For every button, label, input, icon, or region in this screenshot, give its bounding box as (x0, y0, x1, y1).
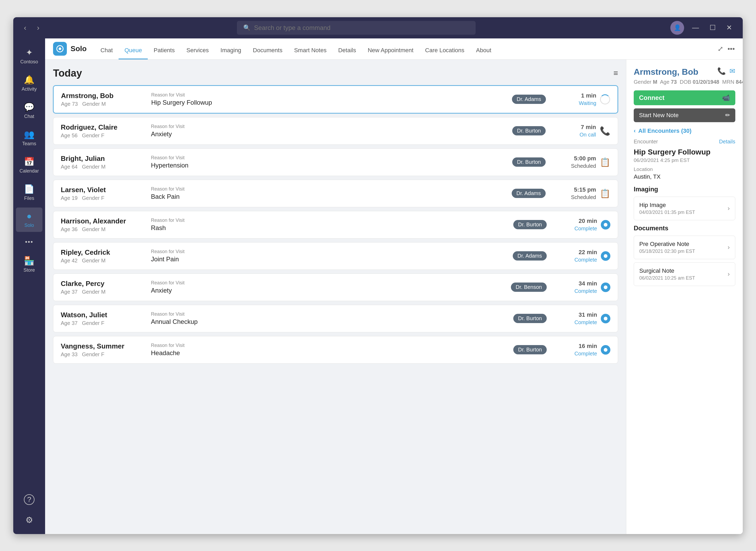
sidebar-item-calendar[interactable]: 📅 Calendar (16, 153, 42, 177)
tab-patients[interactable]: Patients (148, 38, 181, 59)
tab-services[interactable]: Services (181, 38, 215, 59)
all-encounters-link[interactable]: ‹ All Encounters (30) (634, 127, 735, 134)
imaging-item[interactable]: Hip Image 04/03/2021 01:35 pm EST › (634, 197, 735, 220)
video-icon: 📹 (722, 94, 730, 101)
forward-button[interactable]: › (34, 23, 42, 33)
status-info: 7 min On call (554, 124, 596, 138)
solo-icon: ● (26, 211, 32, 221)
patient-name: Armstrong, Bob (61, 92, 146, 100)
visit-label: Reason for Visit (151, 249, 507, 254)
patient-info: Watson, Juliet Age 37 Gender F (61, 311, 146, 326)
doctor-badge: Dr. Adams (512, 95, 546, 104)
chevron-left-icon: ‹ (634, 127, 636, 134)
patient-card[interactable]: Rodriguez, Claire Age 56 Gender F Reason… (53, 117, 618, 145)
status-info: 5:00 pm Scheduled (554, 155, 596, 169)
status-info: 31 min Complete (555, 312, 597, 326)
status-info: 20 min Complete (555, 217, 597, 231)
chevron-right-icon: › (728, 243, 730, 251)
status-label: Complete (574, 320, 597, 326)
doctor-badge: Dr. Burton (512, 157, 546, 167)
sidebar-item-teams[interactable]: 👥 Teams (16, 126, 42, 150)
patient-info: Rodriguez, Claire Age 56 Gender F (61, 123, 146, 139)
patient-info: Armstrong, Bob Age 73 Gender M (61, 92, 146, 107)
avatar[interactable]: 👤 (670, 21, 684, 35)
visit-reason: Headache (151, 349, 508, 357)
start-note-button[interactable]: Start New Note ✏ (634, 108, 735, 122)
imaging-item-date: 04/03/2021 01:35 pm EST (639, 210, 695, 215)
patient-card[interactable]: Vangness, Summer Age 33 Gender F Reason … (53, 336, 618, 364)
sidebar-item-settings[interactable]: ⚙ (16, 511, 42, 529)
imaging-item-info: Hip Image 04/03/2021 01:35 pm EST (639, 202, 695, 215)
more-options-button[interactable]: ••• (728, 45, 735, 53)
patient-card[interactable]: Clarke, Percy Age 37 Gender M Reason for… (53, 273, 618, 301)
patient-info: Bright, Julian Age 64 Gender M (61, 154, 146, 170)
patient-card[interactable]: Armstrong, Bob Age 73 Gender M Reason fo… (53, 85, 618, 113)
tab-about[interactable]: About (470, 38, 497, 59)
phone-contact-icon[interactable]: 📞 (717, 67, 726, 75)
main-container: ✦ Contoso 🔔 Activity 💬 Chat 👥 Teams 📅 Ca… (13, 38, 743, 534)
filter-icon[interactable]: ≡ (613, 69, 618, 78)
document-item-date: 05/18/2021 02:30 pm EST (639, 248, 695, 254)
document-item[interactable]: Pre Operative Note 05/18/2021 02:30 pm E… (634, 235, 735, 259)
patient-card[interactable]: Watson, Juliet Age 37 Gender F Reason fo… (53, 305, 618, 332)
status-time: 31 min (578, 312, 597, 318)
visit-reason: Hip Surgery Followup (151, 99, 507, 106)
tab-details[interactable]: Details (332, 38, 362, 59)
nav-tabs: Chat Queue Patients Services Imaging Doc… (95, 38, 497, 59)
close-button[interactable]: ✕ (724, 24, 735, 32)
sidebar-item-store[interactable]: 🏪 Store (16, 252, 42, 277)
documents-section-title: Documents (634, 224, 735, 232)
details-link[interactable]: Details (719, 139, 735, 145)
sidebar-item-label: Store (23, 267, 35, 273)
patient-card[interactable]: Bright, Julian Age 64 Gender M Reason fo… (53, 148, 618, 176)
tab-documents[interactable]: Documents (247, 38, 288, 59)
sidebar-item-contoso[interactable]: ✦ Contoso (16, 44, 42, 68)
sidebar-item-activity[interactable]: 🔔 Activity (16, 71, 42, 96)
patient-name: Watson, Juliet (61, 311, 146, 319)
document-item[interactable]: Surgical Note 06/02/2021 10:25 am EST › (634, 262, 735, 286)
minimize-button[interactable]: — (690, 24, 702, 32)
store-icon: 🏪 (24, 256, 34, 266)
queue-panel: Today ≡ Armstrong, Bob Age 73 Gender M R… (45, 60, 626, 534)
complete-icon (601, 314, 610, 323)
tab-newappointment[interactable]: New Appointment (362, 38, 419, 59)
patient-meta: Age 36 Gender M (61, 226, 146, 232)
sidebar-item-more[interactable]: ••• (16, 234, 42, 249)
patient-card[interactable]: Harrison, Alexander Age 36 Gender M Reas… (53, 211, 618, 238)
connect-button[interactable]: Connect 📹 (634, 90, 735, 105)
patient-meta: Age 19 Gender F (61, 195, 146, 201)
connect-label: Connect (639, 94, 665, 101)
complete-icon (601, 345, 610, 355)
tab-queue[interactable]: Queue (118, 38, 148, 59)
start-note-label: Start New Note (639, 112, 679, 119)
maximize-button[interactable]: ☐ (707, 24, 718, 32)
tab-chat[interactable]: Chat (95, 38, 118, 59)
search-input[interactable] (254, 24, 469, 32)
sidebar-item-chat[interactable]: 💬 Chat (16, 98, 42, 123)
patient-card[interactable]: Ripley, Cedrick Age 42 Gender M Reason f… (53, 242, 618, 270)
back-button[interactable]: ‹ (21, 23, 29, 33)
patient-info: Harrison, Alexander Age 36 Gender M (61, 217, 146, 232)
doctor-badge: Dr. Burton (512, 126, 546, 135)
visit-label: Reason for Visit (151, 217, 508, 223)
contoso-icon: ✦ (26, 47, 33, 57)
sidebar-item-help[interactable]: ? (16, 491, 42, 509)
popout-button[interactable]: ⤢ (718, 45, 723, 53)
tab-imaging[interactable]: Imaging (215, 38, 247, 59)
sidebar-item-files[interactable]: 📄 Files (16, 180, 42, 205)
tab-carelocations[interactable]: Care Locations (419, 38, 470, 59)
svg-point-1 (59, 47, 61, 50)
patient-meta: Age 56 Gender F (61, 132, 146, 139)
email-contact-icon[interactable]: ✉ (730, 67, 735, 75)
help-icon: ? (24, 494, 34, 505)
search-icon: 🔍 (243, 24, 250, 31)
visit-label: Reason for Visit (151, 343, 508, 348)
visit-reason: Rash (151, 224, 508, 231)
patient-card[interactable]: Larsen, Violet Age 19 Gender F Reason fo… (53, 180, 618, 207)
visit-info: Reason for Visit Hip Surgery Followup (146, 92, 512, 106)
sidebar-item-solo[interactable]: ● Solo (16, 207, 42, 232)
search-bar[interactable]: 🔍 (237, 21, 476, 35)
tab-smartnotes[interactable]: Smart Notes (288, 38, 332, 59)
doctor-badge: Dr. Burton (513, 314, 547, 323)
visit-info: Reason for Visit Back Pain (146, 186, 512, 200)
